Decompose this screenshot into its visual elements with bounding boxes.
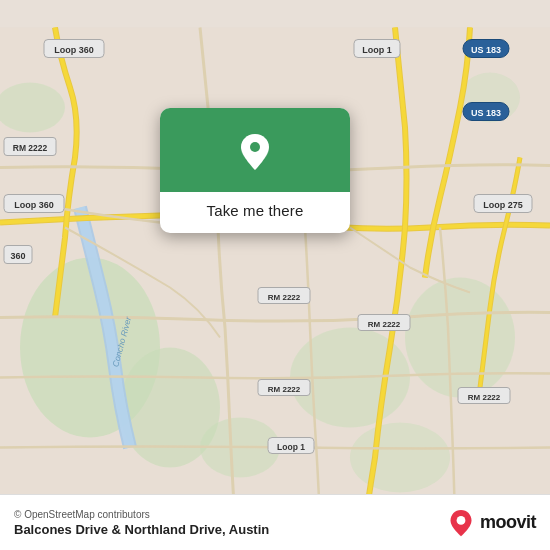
popup-card: Take me there: [160, 108, 350, 233]
svg-text:RM 2222: RM 2222: [13, 143, 48, 153]
svg-text:Loop 360: Loop 360: [14, 200, 54, 210]
bottom-bar: © OpenStreetMap contributors Balcones Dr…: [0, 494, 550, 550]
svg-text:US 183: US 183: [471, 45, 501, 55]
map-svg: Loop 360 Loop 1 US 183 RM 2222 US 183 Lo…: [0, 0, 550, 550]
svg-text:Loop 360: Loop 360: [54, 45, 94, 55]
moovit-logo: moovit: [447, 509, 536, 537]
svg-text:Loop 1: Loop 1: [362, 45, 392, 55]
bottom-left-info: © OpenStreetMap contributors Balcones Dr…: [14, 509, 269, 537]
svg-text:360: 360: [10, 251, 25, 261]
popup-green-area: [160, 108, 350, 192]
svg-point-6: [350, 423, 450, 493]
svg-text:Loop 275: Loop 275: [483, 200, 523, 210]
svg-text:RM 2222: RM 2222: [468, 393, 501, 402]
svg-text:RM 2222: RM 2222: [268, 385, 301, 394]
location-pin-icon: [233, 130, 277, 174]
take-me-there-button[interactable]: Take me there: [193, 192, 318, 233]
location-name: Balcones Drive & Northland Drive, Austin: [14, 522, 269, 537]
svg-text:RM 2222: RM 2222: [268, 293, 301, 302]
svg-point-38: [250, 142, 260, 152]
svg-text:Loop 1: Loop 1: [277, 442, 305, 452]
svg-text:US 183: US 183: [471, 108, 501, 118]
osm-credit: © OpenStreetMap contributors: [14, 509, 269, 520]
moovit-pin-icon: [447, 509, 475, 537]
map-container: Loop 360 Loop 1 US 183 RM 2222 US 183 Lo…: [0, 0, 550, 550]
svg-text:RM 2222: RM 2222: [368, 320, 401, 329]
svg-point-4: [405, 278, 515, 398]
svg-point-39: [457, 516, 466, 525]
moovit-brand-text: moovit: [480, 512, 536, 533]
